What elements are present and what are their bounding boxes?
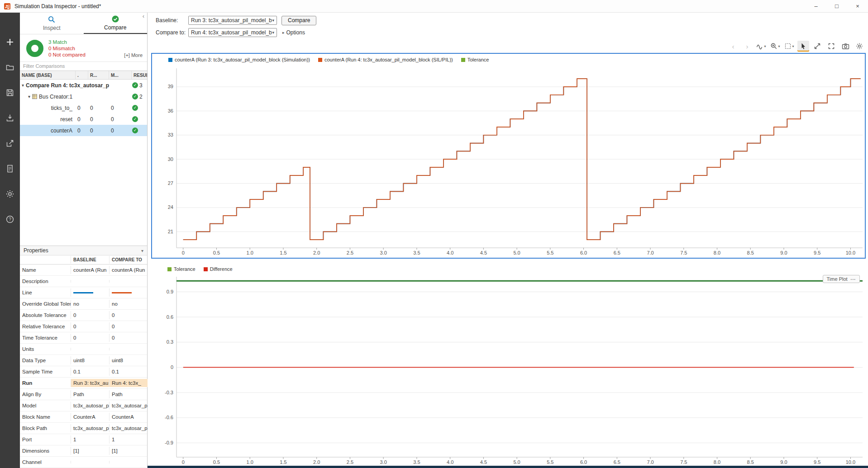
property-row-relative-tolerance[interactable]: Relative Tolerance00: [20, 321, 147, 332]
comparison-row-compare-run-4-tc3x-autosar-p[interactable]: ▾Compare Run 4: tc3x_autosar_p✓3: [20, 80, 147, 91]
svg-text:2.0: 2.0: [313, 250, 320, 255]
export-button[interactable]: [4, 137, 16, 149]
tab-compare[interactable]: Compare: [84, 13, 148, 34]
property-compare: [109, 280, 148, 283]
property-row-block-name[interactable]: Block NameCounterACounterA: [20, 411, 147, 423]
nav-forward-button[interactable]: ›: [741, 41, 753, 52]
property-compare: uint8: [109, 356, 148, 364]
legend-swatch: [461, 58, 465, 62]
row-name: ▾Bus Creator:1: [20, 94, 131, 100]
property-row-port[interactable]: Port11: [20, 434, 147, 445]
comparison-row-bus-creator-1[interactable]: ▾Bus Creator:1✓2: [20, 91, 147, 102]
property-row-run[interactable]: RunRun 3: tc3x_auRun 4: tc3x_: [20, 378, 147, 389]
not-compared-count: 0 Not compared: [48, 52, 86, 57]
svg-text:0.9: 0.9: [167, 289, 173, 294]
preferences-button[interactable]: [4, 188, 16, 200]
more-link[interactable]: [+] More: [124, 52, 143, 58]
property-row-model[interactable]: Modeltc3x_autosar_ptc3x_autosar_p: [20, 400, 147, 411]
region-select-icon: [784, 43, 792, 50]
comparison-row-reset[interactable]: reset000✓: [20, 113, 147, 125]
svg-text:4.5: 4.5: [480, 459, 487, 465]
comparison-row-countera[interactable]: counterA000✓: [20, 125, 147, 136]
help-button[interactable]: ?: [4, 213, 16, 225]
legend-label: counterA (Run 3: tc3x_autosar_pil_model_…: [175, 57, 310, 62]
properties-header[interactable]: Properties ▾: [20, 246, 147, 255]
options-toggle[interactable]: ▸ Options: [282, 29, 305, 36]
caret-down-icon: ▾: [272, 18, 274, 23]
minimize-button[interactable]: –: [806, 0, 826, 12]
options-label: Options: [286, 29, 305, 36]
row-result: ✓: [131, 105, 147, 111]
close-button[interactable]: ×: [847, 0, 868, 12]
property-row-data-type[interactable]: Data Typeuint8uint8: [20, 355, 147, 366]
open-button[interactable]: [4, 61, 16, 73]
tab-compare-label: Compare: [104, 24, 126, 31]
new-run-button[interactable]: [4, 36, 16, 48]
zoom-button[interactable]: ▾: [769, 41, 781, 52]
property-row-align-by[interactable]: Align ByPathPath: [20, 389, 147, 400]
svg-text:7.0: 7.0: [647, 459, 653, 465]
fullscreen-button[interactable]: [825, 41, 837, 52]
svg-text:7.5: 7.5: [680, 459, 687, 465]
fit-to-view-button[interactable]: [811, 41, 823, 52]
upper-plot-canvas[interactable]: 2124273033363900.51.01.52.02.53.03.54.04…: [152, 66, 864, 258]
legend-swatch: [168, 58, 172, 62]
time-plot-menu[interactable]: Time Plot •••: [823, 275, 860, 283]
property-label: Port: [20, 435, 71, 444]
collapse-panel-button[interactable]: ‹: [140, 13, 147, 20]
row-result: ✓: [131, 128, 147, 133]
row-value-2: 0: [88, 116, 109, 123]
lower-plot-canvas[interactable]: -0.9-0.6-0.300.30.60.900.51.01.52.02.53.…: [152, 274, 864, 467]
snapshot-button[interactable]: [839, 41, 851, 52]
baseline-dropdown[interactable]: Run 3: tc3x_autosar_pil_model_b ▾: [188, 16, 277, 25]
property-row-channel[interactable]: Channel: [20, 457, 147, 468]
property-label: Description: [20, 277, 71, 285]
property-baseline: [71, 280, 109, 283]
comparison-row-ticks-to[interactable]: ticks_to_000✓: [20, 102, 147, 113]
gear-icon: [856, 43, 863, 50]
property-baseline: 0: [71, 311, 109, 319]
property-row-time-tolerance[interactable]: Time Tolerance00: [20, 332, 147, 344]
magnifier-icon: [48, 15, 56, 24]
property-baseline: 1: [71, 435, 109, 444]
upper-plot-legend: counterA (Run 3: tc3x_autosar_pil_model_…: [152, 54, 865, 66]
expand-caret-icon[interactable]: ▾: [28, 94, 30, 99]
expand-caret-icon[interactable]: ▾: [22, 83, 24, 88]
nav-back-button[interactable]: ‹: [727, 41, 739, 52]
pointer-tool-button[interactable]: [797, 41, 809, 52]
property-compare: 0: [109, 334, 148, 342]
title-bar: Simulation Data Inspector - untitled* – …: [0, 0, 868, 13]
compare-button[interactable]: Compare: [281, 16, 316, 25]
property-row-units[interactable]: Units: [20, 344, 147, 355]
svg-text:21: 21: [168, 229, 173, 234]
save-button[interactable]: [4, 87, 16, 99]
compare-to-dropdown[interactable]: Run 4: tc3x_autosar_pil_model_b ▾: [188, 28, 277, 37]
left-toolbar: ?: [0, 13, 20, 468]
main-area: Baseline: Run 3: tc3x_autosar_pil_model_…: [148, 13, 868, 468]
property-row-description[interactable]: Description: [20, 276, 147, 287]
svg-text:3.5: 3.5: [413, 459, 420, 465]
tab-inspect[interactable]: Inspect: [20, 13, 84, 34]
property-row-absolute-tolerance[interactable]: Absolute Tolerance00: [20, 310, 147, 321]
property-row-sample-time[interactable]: Sample Time0.10.1: [20, 366, 147, 378]
property-row-line[interactable]: Line: [20, 287, 147, 298]
lower-subplot[interactable]: ToleranceDifference -0.9-0.6-0.300.30.60…: [148, 264, 868, 468]
row-name: counterA: [20, 128, 75, 134]
property-row-block-path[interactable]: Block Pathtc3x_autosar_ptc3x_autosar_p: [20, 423, 147, 434]
property-row-override-global-tolerance[interactable]: Override Global Tolerancenono: [20, 298, 147, 310]
plot-settings-button[interactable]: [854, 41, 865, 52]
svg-text:8.0: 8.0: [714, 459, 720, 465]
zoom-region-button[interactable]: ▾: [783, 41, 795, 52]
property-baseline: tc3x_autosar_p: [71, 402, 109, 410]
chevron-down-icon[interactable]: ▾: [141, 248, 143, 253]
maximize-button[interactable]: □: [826, 0, 847, 12]
line-style-button[interactable]: ▾: [755, 41, 767, 52]
export-icon: [5, 139, 14, 148]
property-compare: tc3x_autosar_p: [109, 424, 148, 432]
filter-input[interactable]: Filter Comparisons: [20, 61, 147, 71]
property-row-name[interactable]: NamecounterA (RuncounterA (Run: [20, 265, 147, 276]
upper-subplot[interactable]: counterA (Run 3: tc3x_autosar_pil_model_…: [151, 53, 866, 259]
property-row-dimensions[interactable]: Dimensions[1][1]: [20, 445, 147, 457]
import-button[interactable]: [4, 112, 16, 124]
report-button[interactable]: [4, 163, 16, 175]
